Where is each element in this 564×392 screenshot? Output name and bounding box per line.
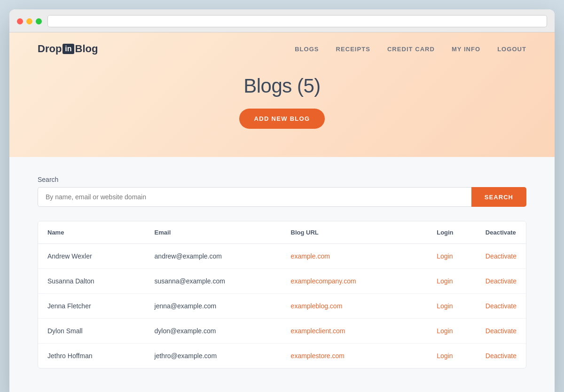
col-header-deactivate: Deactivate	[476, 221, 526, 244]
traffic-lights	[17, 18, 42, 24]
cell-name: Dylon Small	[38, 319, 145, 344]
login-link[interactable]: Login	[437, 327, 453, 335]
browser-window: Drop in Blog BLOGSRECEIPTSCREDIT CARDMY …	[9, 9, 555, 392]
table-body: Andrew Wexlerandrew@example.comexample.c…	[38, 244, 526, 368]
cell-email: dylon@example.com	[145, 319, 282, 344]
nav-link-blogs[interactable]: BLOGS	[295, 46, 319, 53]
add-new-blog-button[interactable]: ADD NEW BLOG	[239, 109, 325, 129]
login-link[interactable]: Login	[437, 352, 453, 360]
search-button[interactable]: SEARCH	[471, 187, 526, 207]
search-label: Search	[38, 176, 526, 183]
cell-email: susanna@example.com	[145, 269, 282, 294]
table-row: Andrew Wexlerandrew@example.comexample.c…	[38, 244, 526, 269]
login-link[interactable]: Login	[437, 302, 453, 310]
col-header-name: Name	[38, 221, 145, 244]
nav-link-credit-card[interactable]: CREDIT CARD	[387, 46, 435, 53]
search-input[interactable]	[38, 187, 471, 207]
table-row: Dylon Smalldylon@example.comexampleclien…	[38, 319, 526, 344]
nav-link-receipts[interactable]: RECEIPTS	[336, 46, 370, 53]
cell-blog-url[interactable]: exampleblog.com	[291, 302, 343, 310]
cell-name: Jethro Hoffman	[38, 344, 145, 368]
cell-blog-url[interactable]: example.com	[291, 252, 330, 260]
blogs-table: NameEmailBlog URLLoginDeactivate Andrew …	[38, 221, 526, 368]
browser-chrome	[9, 9, 555, 32]
cell-name: Susanna Dalton	[38, 269, 145, 294]
main-nav: Drop in Blog BLOGSRECEIPTSCREDIT CARDMY …	[9, 32, 555, 65]
cell-blog-url[interactable]: exampleclient.com	[291, 327, 345, 335]
blogs-table-container: NameEmailBlog URLLoginDeactivate Andrew …	[38, 221, 526, 368]
hero-section: Drop in Blog BLOGSRECEIPTSCREDIT CARDMY …	[9, 32, 555, 157]
deactivate-link[interactable]: Deactivate	[486, 352, 517, 360]
deactivate-link[interactable]: Deactivate	[486, 302, 517, 310]
cell-email: andrew@example.com	[145, 244, 282, 269]
maximize-button[interactable]	[36, 18, 42, 24]
search-section: Search SEARCH	[38, 176, 526, 207]
logo-text-after: Blog	[75, 43, 98, 55]
cell-name: Jenna Fletcher	[38, 294, 145, 319]
minimize-button[interactable]	[26, 18, 32, 24]
cell-name: Andrew Wexler	[38, 244, 145, 269]
deactivate-link[interactable]: Deactivate	[486, 327, 517, 335]
login-link[interactable]: Login	[437, 252, 453, 260]
cell-blog-url[interactable]: examplecompany.com	[291, 277, 356, 285]
logo[interactable]: Drop in Blog	[38, 43, 98, 55]
nav-link-logout[interactable]: LOGOUT	[497, 46, 526, 53]
address-bar[interactable]	[47, 15, 547, 27]
table-row: Susanna Daltonsusanna@example.comexample…	[38, 269, 526, 294]
login-link[interactable]: Login	[437, 277, 453, 285]
table-header: NameEmailBlog URLLoginDeactivate	[38, 221, 526, 244]
page-title: Blogs (5)	[38, 75, 526, 97]
cell-blog-url[interactable]: examplestore.com	[291, 352, 345, 360]
logo-text-before: Drop	[38, 43, 62, 55]
deactivate-link[interactable]: Deactivate	[486, 277, 517, 285]
table-row: Jethro Hoffmanjethro@example.comexamples…	[38, 344, 526, 368]
logo-badge: in	[63, 44, 74, 54]
cell-email: jethro@example.com	[145, 344, 282, 368]
nav-link-my-info[interactable]: MY INFO	[452, 46, 480, 53]
col-header-blog_url: Blog URL	[282, 221, 428, 244]
search-row: SEARCH	[38, 187, 526, 207]
table-row: Jenna Fletcherjenna@example.comexamplebl…	[38, 294, 526, 319]
hero-content: Blogs (5) ADD NEW BLOG	[9, 65, 555, 157]
main-content: Search SEARCH NameEmailBlog URLLoginDeac…	[9, 157, 555, 392]
close-button[interactable]	[17, 18, 23, 24]
deactivate-link[interactable]: Deactivate	[486, 252, 517, 260]
col-header-login: Login	[427, 221, 476, 244]
nav-links: BLOGSRECEIPTSCREDIT CARDMY INFOLOGOUT	[295, 45, 526, 53]
cell-email: jenna@example.com	[145, 294, 282, 319]
col-header-email: Email	[145, 221, 282, 244]
